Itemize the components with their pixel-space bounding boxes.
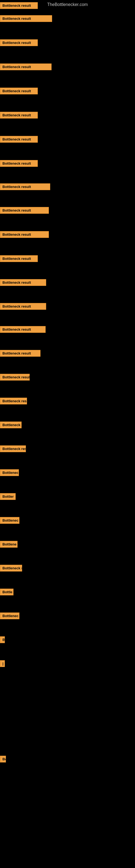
bottleneck-row: Bottleneck result [0, 350, 41, 358]
bottleneck-label-6: Bottleneck result [0, 136, 38, 143]
bottleneck-label-17: Bottleneck res [0, 398, 27, 404]
bottleneck-label-16: Bottleneck resul [0, 374, 30, 380]
bottleneck-row: Bottleneck result [0, 112, 38, 120]
bottleneck-row: Bo [0, 756, 6, 764]
bottleneck-label-22: Bottlenec [0, 517, 19, 524]
bottleneck-row: Bottleneck [0, 422, 21, 429]
bottleneck-label-1: Bottleneck result [0, 15, 52, 22]
bottleneck-label-5: Bottleneck result [0, 112, 38, 119]
bottleneck-label-11: Bottleneck result [0, 255, 38, 262]
bottleneck-label-32: Bo [0, 756, 6, 763]
bottleneck-row: B [0, 637, 5, 644]
bottleneck-row: Bottleneck result [0, 183, 50, 191]
bottleneck-row: Bottleneck result [0, 160, 38, 168]
bottleneck-label-26: Bottlenec [0, 613, 19, 619]
bottleneck-label-9: Bottleneck result [0, 207, 49, 214]
bottleneck-row: Bottleneck res [0, 398, 27, 405]
bottleneck-label-2: Bottleneck result [0, 39, 38, 46]
bottleneck-row: Bottleneck result [0, 2, 38, 10]
bottleneck-row: Bottleneck result [0, 231, 49, 239]
bottleneck-row: Bottlenec [0, 613, 19, 620]
bottleneck-row: Bottleneck result [0, 303, 46, 311]
bottleneck-row: Bottleneck resul [0, 374, 30, 382]
bottleneck-label-12: Bottleneck result [0, 279, 46, 286]
bottleneck-row: Bottleneck result [0, 63, 52, 71]
bottleneck-label-18: Bottleneck [0, 422, 21, 428]
bottleneck-row: Bottlenec [0, 469, 19, 477]
bottleneck-label-24: Bottleneck r [0, 565, 22, 571]
bottleneck-row: Bottleneck res [0, 445, 26, 453]
bottleneck-label-0: Bottleneck result [0, 2, 38, 9]
bottleneck-label-27: B [0, 637, 5, 643]
bottleneck-label-21: Bottler [0, 493, 16, 500]
bottleneck-label-13: Bottleneck result [0, 303, 46, 310]
bottleneck-label-19: Bottleneck res [0, 445, 26, 452]
bottleneck-label-10: Bottleneck result [0, 231, 49, 238]
bottleneck-label-25: Bottle [0, 589, 13, 595]
bottleneck-row: Bottleneck result [0, 88, 38, 95]
bottleneck-row: Bottleneck r [0, 565, 22, 572]
bottleneck-row: Bottleneck result [0, 279, 46, 287]
bottleneck-label-3: Bottleneck result [0, 63, 52, 70]
bottleneck-row: Bottle [0, 589, 13, 596]
bottleneck-label-8: Bottleneck result [0, 183, 50, 190]
bottleneck-row: Bottlene [0, 541, 17, 549]
bottleneck-row: Bottleneck result [0, 136, 38, 144]
bottleneck-label-15: Bottleneck result [0, 350, 41, 357]
bottleneck-row: Bottleneck result [0, 326, 46, 334]
bottleneck-row: | [0, 660, 5, 668]
bottleneck-row: Bottler [0, 493, 16, 501]
bottleneck-row: Bottleneck result [0, 39, 38, 47]
bottleneck-label-23: Bottlene [0, 541, 17, 548]
bottleneck-row: Bottleneck result [0, 207, 49, 215]
bottleneck-label-20: Bottlenec [0, 469, 19, 476]
bottleneck-label-28: | [0, 660, 5, 667]
bottleneck-label-4: Bottleneck result [0, 88, 38, 94]
bottleneck-label-14: Bottleneck result [0, 326, 46, 333]
bottleneck-label-7: Bottleneck result [0, 160, 38, 167]
bottleneck-row: Bottleneck result [0, 255, 38, 263]
bottleneck-row: Bottlenec [0, 517, 19, 525]
bottleneck-row: Bottleneck result [0, 15, 52, 23]
